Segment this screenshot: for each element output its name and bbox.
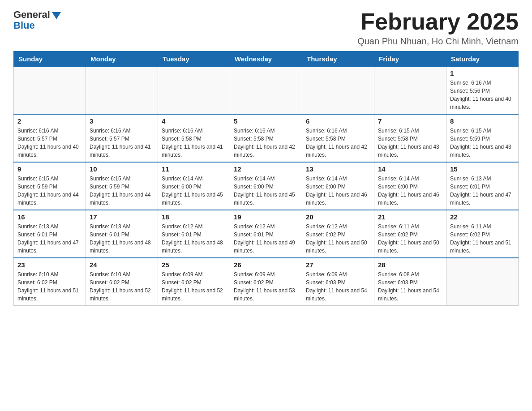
day-info: Sunrise: 6:12 AMSunset: 6:01 PMDaylight:… — [162, 223, 226, 255]
day-info: Sunrise: 6:09 AMSunset: 6:02 PMDaylight:… — [234, 270, 298, 303]
page-header: General Blue February 2025 Quan Phu Nhua… — [13, 9, 519, 47]
day-number: 9 — [17, 165, 82, 173]
day-info: Sunrise: 6:13 AMSunset: 6:01 PMDaylight:… — [450, 175, 515, 207]
day-info: Sunrise: 6:08 AMSunset: 6:03 PMDaylight:… — [378, 270, 442, 303]
logo-blue-text: Blue — [13, 20, 35, 31]
calendar-cell: 14Sunrise: 6:14 AMSunset: 6:00 PMDayligh… — [374, 162, 446, 210]
calendar-cell: 22Sunrise: 6:11 AMSunset: 6:02 PMDayligh… — [446, 210, 519, 258]
day-number: 24 — [90, 261, 154, 269]
day-number: 11 — [162, 165, 226, 173]
column-header-thursday: Thursday — [302, 51, 374, 67]
day-number: 26 — [234, 261, 298, 269]
calendar-cell: 13Sunrise: 6:14 AMSunset: 6:00 PMDayligh… — [302, 162, 374, 210]
logo-arrow-icon — [52, 12, 61, 19]
column-header-wednesday: Wednesday — [230, 51, 302, 67]
day-number: 15 — [450, 165, 515, 173]
calendar-cell: 27Sunrise: 6:09 AMSunset: 6:03 PMDayligh… — [302, 258, 374, 306]
calendar-cell: 15Sunrise: 6:13 AMSunset: 6:01 PMDayligh… — [446, 162, 519, 210]
day-number: 2 — [17, 117, 82, 125]
day-number: 22 — [450, 213, 515, 221]
day-number: 3 — [90, 117, 154, 125]
location-text: Quan Phu Nhuan, Ho Chi Minh, Vietnam — [357, 36, 519, 47]
calendar-cell: 25Sunrise: 6:09 AMSunset: 6:02 PMDayligh… — [158, 258, 230, 306]
calendar-table: SundayMondayTuesdayWednesdayThursdayFrid… — [13, 51, 519, 306]
calendar-cell: 11Sunrise: 6:14 AMSunset: 6:00 PMDayligh… — [158, 162, 230, 210]
column-header-monday: Monday — [86, 51, 158, 67]
day-number: 21 — [378, 213, 442, 221]
calendar-cell — [14, 67, 86, 115]
day-number: 10 — [90, 165, 154, 173]
calendar-week-row: 16Sunrise: 6:13 AMSunset: 6:01 PMDayligh… — [14, 210, 519, 258]
column-header-friday: Friday — [374, 51, 446, 67]
day-info: Sunrise: 6:09 AMSunset: 6:03 PMDaylight:… — [306, 270, 370, 303]
day-info: Sunrise: 6:16 AMSunset: 5:58 PMDaylight:… — [234, 127, 298, 159]
calendar-week-row: 2Sunrise: 6:16 AMSunset: 5:57 PMDaylight… — [14, 114, 519, 162]
calendar-cell: 7Sunrise: 6:15 AMSunset: 5:58 PMDaylight… — [374, 114, 446, 162]
calendar-cell: 2Sunrise: 6:16 AMSunset: 5:57 PMDaylight… — [14, 114, 86, 162]
calendar-cell: 26Sunrise: 6:09 AMSunset: 6:02 PMDayligh… — [230, 258, 302, 306]
day-number: 6 — [306, 117, 370, 125]
calendar-cell: 24Sunrise: 6:10 AMSunset: 6:02 PMDayligh… — [86, 258, 158, 306]
day-number: 7 — [378, 117, 442, 125]
day-number: 28 — [378, 261, 442, 269]
calendar-cell: 18Sunrise: 6:12 AMSunset: 6:01 PMDayligh… — [158, 210, 230, 258]
day-info: Sunrise: 6:15 AMSunset: 5:59 PMDaylight:… — [17, 175, 82, 207]
day-number: 25 — [162, 261, 226, 269]
day-number: 13 — [306, 165, 370, 173]
column-header-sunday: Sunday — [14, 51, 86, 67]
day-info: Sunrise: 6:13 AMSunset: 6:01 PMDaylight:… — [90, 223, 154, 255]
calendar-cell: 3Sunrise: 6:16 AMSunset: 5:57 PMDaylight… — [86, 114, 158, 162]
calendar-cell: 23Sunrise: 6:10 AMSunset: 6:02 PMDayligh… — [14, 258, 86, 306]
day-info: Sunrise: 6:13 AMSunset: 6:01 PMDaylight:… — [17, 223, 82, 255]
day-info: Sunrise: 6:09 AMSunset: 6:02 PMDaylight:… — [162, 270, 226, 303]
day-info: Sunrise: 6:11 AMSunset: 6:02 PMDaylight:… — [378, 223, 442, 255]
calendar-cell: 20Sunrise: 6:12 AMSunset: 6:02 PMDayligh… — [302, 210, 374, 258]
day-number: 17 — [90, 213, 154, 221]
day-number: 4 — [162, 117, 226, 125]
calendar-cell: 21Sunrise: 6:11 AMSunset: 6:02 PMDayligh… — [374, 210, 446, 258]
calendar-cell: 8Sunrise: 6:15 AMSunset: 5:59 PMDaylight… — [446, 114, 519, 162]
day-number: 8 — [450, 117, 515, 125]
day-info: Sunrise: 6:14 AMSunset: 6:00 PMDaylight:… — [306, 175, 370, 207]
day-number: 23 — [17, 261, 82, 269]
day-number: 5 — [234, 117, 298, 125]
day-info: Sunrise: 6:16 AMSunset: 5:58 PMDaylight:… — [162, 127, 226, 159]
calendar-cell: 12Sunrise: 6:14 AMSunset: 6:00 PMDayligh… — [230, 162, 302, 210]
logo-general-text: General — [13, 9, 50, 21]
calendar-cell — [302, 67, 374, 115]
calendar-cell — [446, 258, 519, 306]
day-number: 18 — [162, 213, 226, 221]
day-number: 1 — [450, 69, 515, 77]
title-section: February 2025 Quan Phu Nhuan, Ho Chi Min… — [357, 9, 519, 47]
day-info: Sunrise: 6:12 AMSunset: 6:02 PMDaylight:… — [306, 223, 370, 255]
calendar-cell: 19Sunrise: 6:12 AMSunset: 6:01 PMDayligh… — [230, 210, 302, 258]
day-info: Sunrise: 6:14 AMSunset: 6:00 PMDaylight:… — [378, 175, 442, 207]
day-number: 20 — [306, 213, 370, 221]
calendar-cell — [374, 67, 446, 115]
day-info: Sunrise: 6:16 AMSunset: 5:57 PMDaylight:… — [17, 127, 82, 159]
day-info: Sunrise: 6:14 AMSunset: 6:00 PMDaylight:… — [162, 175, 226, 207]
day-info: Sunrise: 6:15 AMSunset: 5:58 PMDaylight:… — [378, 127, 442, 159]
calendar-week-row: 1Sunrise: 6:16 AMSunset: 5:56 PMDaylight… — [14, 67, 519, 115]
calendar-cell: 5Sunrise: 6:16 AMSunset: 5:58 PMDaylight… — [230, 114, 302, 162]
calendar-cell: 28Sunrise: 6:08 AMSunset: 6:03 PMDayligh… — [374, 258, 446, 306]
column-header-tuesday: Tuesday — [158, 51, 230, 67]
day-info: Sunrise: 6:10 AMSunset: 6:02 PMDaylight:… — [17, 270, 82, 303]
day-info: Sunrise: 6:15 AMSunset: 5:59 PMDaylight:… — [90, 175, 154, 207]
calendar-cell: 10Sunrise: 6:15 AMSunset: 5:59 PMDayligh… — [86, 162, 158, 210]
calendar-cell: 4Sunrise: 6:16 AMSunset: 5:58 PMDaylight… — [158, 114, 230, 162]
day-info: Sunrise: 6:10 AMSunset: 6:02 PMDaylight:… — [90, 270, 154, 303]
column-header-saturday: Saturday — [446, 51, 519, 67]
calendar-cell: 6Sunrise: 6:16 AMSunset: 5:58 PMDaylight… — [302, 114, 374, 162]
calendar-week-row: 23Sunrise: 6:10 AMSunset: 6:02 PMDayligh… — [14, 258, 519, 306]
calendar-cell — [86, 67, 158, 115]
calendar-cell: 9Sunrise: 6:15 AMSunset: 5:59 PMDaylight… — [14, 162, 86, 210]
calendar-cell: 16Sunrise: 6:13 AMSunset: 6:01 PMDayligh… — [14, 210, 86, 258]
calendar-cell: 1Sunrise: 6:16 AMSunset: 5:56 PMDaylight… — [446, 67, 519, 115]
calendar-week-row: 9Sunrise: 6:15 AMSunset: 5:59 PMDaylight… — [14, 162, 519, 210]
day-number: 14 — [378, 165, 442, 173]
logo: General Blue — [13, 9, 61, 31]
day-number: 12 — [234, 165, 298, 173]
calendar-cell — [230, 67, 302, 115]
day-info: Sunrise: 6:15 AMSunset: 5:59 PMDaylight:… — [450, 127, 515, 159]
